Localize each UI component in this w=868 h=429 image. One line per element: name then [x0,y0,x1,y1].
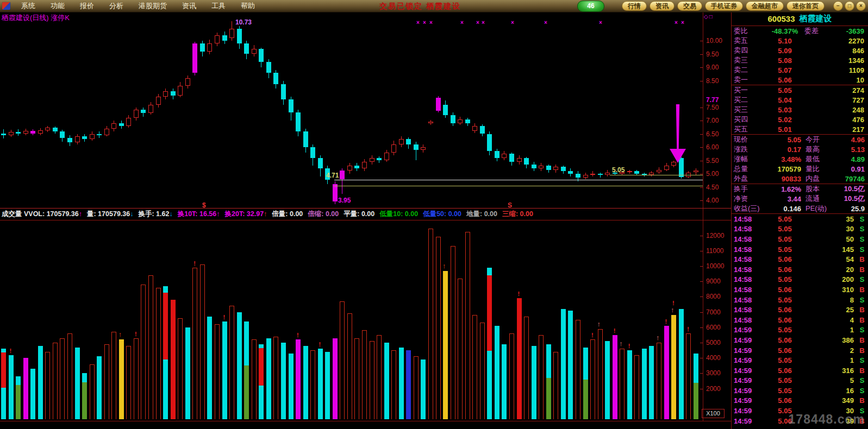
level-label: 卖四 [734,46,765,55]
signal-cross-icon: × [423,20,426,26]
notification-badge[interactable]: 46 [577,1,604,12]
price-axis-label: 6.00 [706,143,729,151]
menu-item-4[interactable]: 分析 [102,1,131,11]
quick-button-1[interactable]: 行情 [622,1,647,11]
detail-label: PE(动) [801,204,836,213]
candle-body [487,134,492,151]
menu-item-6[interactable]: 资讯 [174,1,204,11]
menu-item-8[interactable]: 帮助 [233,1,263,11]
tape-cell: S [858,387,866,395]
quick-button-4[interactable]: 手机证券 [705,1,743,11]
candle-body [443,105,448,116]
candlestick-chart[interactable]: !↑!!!!!↑!!↑!↑!↑!!↑!×××××××××××10.734.713… [0,12,731,429]
chart-region[interactable]: 栖霞建设(日线) 涨停K ◇□ !↑!!!!!↑!!↑!↑!↑!!↑!×××××… [0,12,731,429]
tape-row: 14:585.0550S [732,234,868,244]
tape-row: 14:595.051S [732,355,868,365]
quick-button-6[interactable]: 迷你首页 [786,1,825,11]
menu-item-1[interactable]: 系统 [14,1,43,11]
tape-cell: 5.06 [763,396,807,405]
ask-row: 卖五5.102270 [732,36,868,46]
quick-button-2[interactable]: 资讯 [650,1,675,11]
level-price: 5.10 [765,37,804,45]
price-annotation: 3.95 [338,197,351,204]
tape-cell: B [858,306,866,314]
candle-body [9,132,14,135]
volume-bar [590,339,595,419]
weicha-value: -3639 [828,27,866,35]
minimize-button[interactable]: − [833,1,843,11]
menu-item-5[interactable]: 港股期货 [131,1,174,11]
trend-arrow-icon: ↑ [264,210,267,218]
candle-body [657,170,661,173]
candle-body [634,171,639,174]
volume-bar [627,350,632,419]
price-axis-label: 9.00 [706,64,729,71]
reference-line [610,175,703,175]
volume-bar [104,344,109,419]
level-label: 买二 [734,95,765,105]
tape-cell: 5.06 [763,316,807,324]
tape-cell: 5.06 [763,255,807,263]
restore-button[interactable]: □ [845,1,854,11]
detail-label: 收益(三) [734,204,762,213]
volume-bar [200,264,205,419]
quick-button-3[interactable]: 交易 [677,1,702,11]
detail-label: 内盘 [801,174,836,184]
volume-axis-label: 3000 [706,369,729,377]
candle-body [207,43,212,52]
detail-label: 总量 [734,164,762,174]
candle-body [229,29,234,38]
candle-body [244,43,249,54]
volume-bar [443,271,448,420]
volume-bar [517,298,522,419]
candle-body [553,167,558,170]
candle-body [38,130,43,134]
alert-exclamation-icon: ! [628,343,630,349]
volume-bar [207,317,212,419]
stock-header: 600533 栖霞建设 [732,12,868,26]
menu-item-2[interactable]: 功能 [43,1,72,11]
volume-bar [30,369,35,419]
up-arrow-icon: ↑ [442,262,446,270]
volume-bar [310,350,315,419]
volume-bar [340,301,345,419]
volume-unit-label: X100 [702,409,725,418]
volume-bar [495,326,499,419]
volume-bar [532,346,536,419]
volume-bar [686,333,691,419]
quick-button-5[interactable]: 金融超市 [746,1,784,11]
up-arrow-icon: ↑ [656,333,660,342]
menu-item-3[interactable]: 报价 [72,1,102,11]
price-axis-label: 8.50 [706,77,729,85]
volume-bar [406,350,411,419]
indicator-segment-9: 低量10: 0.00 [379,210,418,219]
volume-bar [9,355,14,419]
indicator-segment-5: 换20T: 32.97↑ [225,210,267,219]
volume-bar-segment [244,321,249,365]
volume-bar-segment [16,376,21,385]
candle-body [598,174,603,175]
tape-cell: 14:59 [734,346,763,355]
level-label: 卖五 [734,36,765,46]
volume-bar [472,315,477,419]
quick-buttons: 行情资讯交易手机证券金融超市迷你首页 [622,1,825,11]
indicator-segment-7: 倍缩: 0.00 [308,210,339,219]
volume-bar [259,344,264,419]
alert-exclamation-icon: ! [518,291,520,297]
detail-label: 最低 [801,154,836,164]
volume-bar [171,300,176,419]
candle-body [119,123,124,126]
close-button[interactable]: × [856,1,866,11]
candle-body [480,126,485,134]
tick-tape-list[interactable]: 14:585.0535S14:585.0530S14:585.0550S14:5… [732,214,868,429]
candle-body [111,123,116,129]
tape-cell: 5.06 [763,306,807,314]
trend-arrow-icon: ↓ [130,210,133,218]
detail-row: 现价5.05今开4.96 [732,135,868,144]
candle-body [524,158,529,165]
candle-body [472,126,477,131]
menu-item-7[interactable]: 工具 [204,1,233,11]
volume-bar [414,356,419,419]
weibi-value: -48.37% [765,27,804,35]
level-price: 5.09 [765,47,804,55]
